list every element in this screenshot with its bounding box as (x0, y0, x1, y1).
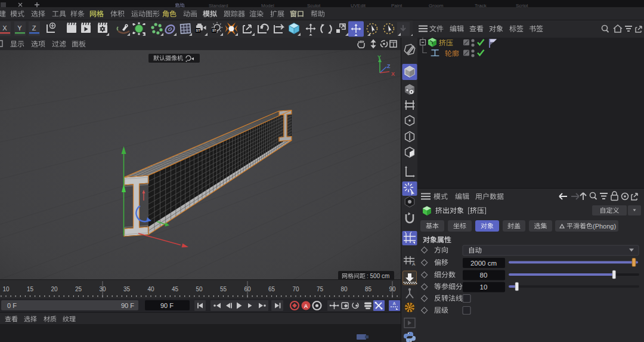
svg-text:A: A (393, 301, 396, 306)
svg-text:90 F: 90 F (160, 302, 174, 309)
svg-text:55: 55 (220, 286, 227, 292)
svg-text:70: 70 (292, 286, 299, 292)
svg-text:X: X (391, 71, 395, 77)
svg-text:Y: Y (377, 54, 381, 60)
svg-text:Y: Y (17, 24, 22, 32)
svg-text:60: 60 (244, 286, 251, 292)
svg-text:45: 45 (172, 286, 179, 292)
svg-text:X: X (2, 24, 7, 32)
svg-text:20: 20 (51, 286, 58, 292)
svg-text:ST: ST (212, 29, 216, 32)
svg-text:75: 75 (317, 286, 324, 292)
svg-text:15: 15 (27, 286, 34, 292)
svg-text:50: 50 (196, 286, 203, 292)
svg-text:25: 25 (75, 286, 82, 292)
svg-text:: 500 cm: : 500 cm (367, 273, 389, 279)
svg-text:10: 10 (480, 284, 488, 291)
svg-text:ST: ST (196, 29, 200, 32)
svg-text:30: 30 (99, 286, 106, 292)
svg-text:35: 35 (123, 286, 131, 292)
svg-text:80: 80 (480, 272, 488, 279)
svg-text:A: A (304, 303, 308, 309)
svg-text:Z: Z (32, 24, 36, 32)
svg-text:0 F: 0 F (7, 302, 17, 309)
svg-text:85: 85 (365, 286, 372, 292)
svg-text:Z: Z (387, 63, 391, 69)
svg-text:A: A (412, 261, 416, 267)
svg-text:80: 80 (340, 286, 348, 292)
svg-text:10: 10 (2, 286, 10, 292)
svg-text:65: 65 (268, 286, 275, 292)
svg-text:2000 cm: 2000 cm (470, 260, 497, 267)
svg-text:40: 40 (147, 286, 154, 292)
svg-text:90 F: 90 F (121, 302, 134, 309)
svg-text:(Phong): (Phong) (593, 223, 616, 230)
svg-text:90: 90 (389, 286, 396, 292)
